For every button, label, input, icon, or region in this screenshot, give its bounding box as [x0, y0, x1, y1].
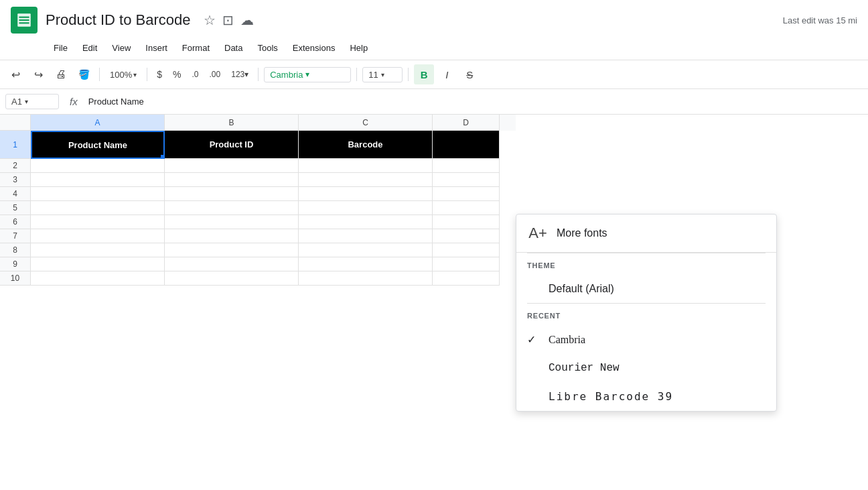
cell-d3[interactable] — [433, 173, 500, 187]
cell-d7[interactable] — [433, 229, 500, 243]
row-num-3[interactable]: 3 — [0, 173, 31, 187]
row-num-4[interactable]: 4 — [0, 187, 31, 201]
cell-c1[interactable]: Barcode — [299, 131, 433, 159]
row-num-2[interactable]: 2 — [0, 159, 31, 173]
redo-button[interactable]: ↪ — [28, 64, 48, 84]
menu-data[interactable]: Data — [218, 40, 249, 56]
menu-tools[interactable]: Tools — [250, 40, 284, 56]
col-header-a[interactable]: A — [31, 115, 165, 131]
font-option-default-arial[interactable]: Default (Arial) — [516, 275, 776, 303]
col-header-c[interactable]: C — [299, 115, 433, 131]
cell-a1[interactable]: Product Name — [31, 131, 165, 159]
currency-button[interactable]: $ — [153, 68, 166, 81]
menu-bar: File Edit View Insert Format Data Tools … — [0, 40, 868, 60]
cell-b10[interactable] — [165, 271, 299, 286]
font-name-cambria: Cambria — [549, 334, 585, 346]
cell-c8[interactable] — [299, 243, 433, 257]
row-num-8[interactable]: 8 — [0, 243, 31, 257]
cell-c6[interactable] — [299, 215, 433, 229]
cell-a3[interactable] — [31, 173, 165, 187]
italic-button[interactable]: I — [437, 64, 457, 84]
bold-button[interactable]: B — [414, 64, 434, 84]
cell-b1-value: Product ID — [210, 139, 254, 149]
more-fonts-label[interactable]: More fonts — [557, 227, 607, 239]
cell-a2[interactable] — [31, 159, 165, 173]
cell-a8[interactable] — [31, 243, 165, 257]
col-header-b[interactable]: B — [165, 115, 299, 131]
font-option-cambria[interactable]: ✓ Cambria — [516, 325, 776, 354]
font-selector[interactable]: Cambria ▾ — [264, 67, 351, 82]
svg-rect-1 — [19, 17, 29, 18]
format123-button[interactable]: 123▾ — [227, 68, 252, 80]
formula-content: Product Name — [88, 97, 863, 107]
cell-b9[interactable] — [165, 257, 299, 271]
row-num-9[interactable]: 9 — [0, 257, 31, 271]
cell-d5[interactable] — [433, 201, 500, 215]
cell-b7[interactable] — [165, 229, 299, 243]
cell-a7[interactable] — [31, 229, 165, 243]
cell-a5[interactable] — [31, 201, 165, 215]
menu-extensions[interactable]: Extensions — [286, 40, 342, 56]
menu-file[interactable]: File — [47, 40, 74, 56]
undo-button[interactable]: ↩ — [5, 64, 25, 84]
cell-a6[interactable] — [31, 215, 165, 229]
star-icon[interactable]: ☆ — [204, 12, 216, 28]
cell-reference-box[interactable]: A1 ▾ — [5, 94, 59, 109]
cell-b3[interactable] — [165, 173, 299, 187]
font-option-courier-new[interactable]: Courier New — [516, 354, 776, 382]
print-button[interactable]: 🖨 — [51, 64, 71, 84]
percent-button[interactable]: % — [169, 68, 185, 81]
cell-b5[interactable] — [165, 201, 299, 215]
cell-c5[interactable] — [299, 201, 433, 215]
menu-help[interactable]: Help — [343, 40, 374, 56]
main-area: A B C D 1 Product Name Product ID Barcod… — [0, 115, 868, 286]
svg-rect-3 — [19, 22, 29, 23]
row-num-7[interactable]: 7 — [0, 229, 31, 243]
theme-section-label: THEME — [516, 253, 776, 275]
cell-c10[interactable] — [299, 271, 433, 286]
cell-d9[interactable] — [433, 257, 500, 271]
font-size-selector[interactable]: 11 ▾ — [362, 67, 403, 82]
zoom-control[interactable]: 100% ▾ — [105, 68, 141, 82]
cell-d8[interactable] — [433, 243, 500, 257]
menu-format[interactable]: Format — [175, 40, 216, 56]
separator-4 — [356, 68, 357, 81]
menu-view[interactable]: View — [105, 40, 137, 56]
cell-a10[interactable] — [31, 271, 165, 286]
col-header-d[interactable]: D — [433, 115, 500, 131]
grid-row-7: 7 — [0, 229, 516, 243]
row-num-10[interactable]: 10 — [0, 271, 31, 286]
cell-d10[interactable] — [433, 271, 500, 286]
row-num-5[interactable]: 5 — [0, 201, 31, 215]
cell-b4[interactable] — [165, 187, 299, 201]
decimal0-button[interactable]: .0 — [188, 68, 203, 80]
menu-insert[interactable]: Insert — [139, 40, 174, 56]
cell-c3[interactable] — [299, 173, 433, 187]
menu-edit[interactable]: Edit — [76, 40, 104, 56]
column-headers: A B C D — [0, 115, 516, 131]
cell-c9[interactable] — [299, 257, 433, 271]
paint-format-button[interactable]: 🪣 — [74, 64, 94, 84]
cell-a9[interactable] — [31, 257, 165, 271]
cell-c2[interactable] — [299, 159, 433, 173]
cell-b8[interactable] — [165, 243, 299, 257]
cell-d6[interactable] — [433, 215, 500, 229]
separator-5 — [408, 68, 409, 81]
font-option-libre-barcode[interactable]: Libre Barcode 39 — [516, 382, 776, 411]
cell-b6[interactable] — [165, 215, 299, 229]
cell-c4[interactable] — [299, 187, 433, 201]
strikethrough-button[interactable]: S — [459, 64, 480, 84]
cloud-icon[interactable]: ☁ — [240, 12, 254, 28]
cell-d2[interactable] — [433, 159, 500, 173]
folder-icon[interactable]: ⊡ — [222, 12, 234, 28]
font-name-courier: Courier New — [549, 362, 620, 374]
cell-d1[interactable] — [433, 131, 500, 159]
cell-a4[interactable] — [31, 187, 165, 201]
cell-b1[interactable]: Product ID — [165, 131, 299, 159]
row-num-1[interactable]: 1 — [0, 131, 31, 159]
cell-b2[interactable] — [165, 159, 299, 173]
cell-d4[interactable] — [433, 187, 500, 201]
cell-c7[interactable] — [299, 229, 433, 243]
row-num-6[interactable]: 6 — [0, 215, 31, 229]
decimal00-button[interactable]: .00 — [206, 68, 225, 80]
